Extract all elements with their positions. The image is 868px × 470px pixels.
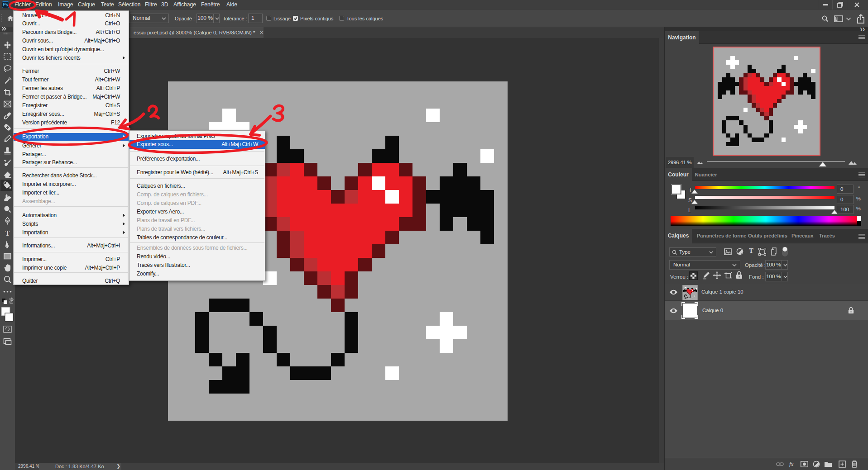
- svg-text:T: T: [5, 229, 10, 237]
